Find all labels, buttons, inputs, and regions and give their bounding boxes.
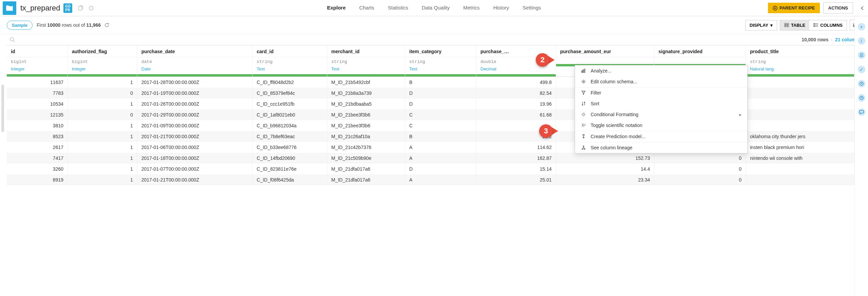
menu-filter[interactable]: Filter [575,87,747,98]
table-cell[interactable]: 82.54 [476,88,556,99]
table-cell[interactable]: oklahoma city thunder jers [746,131,854,142]
table-cell[interactable]: 162.87 [476,153,556,164]
table-cell[interactable]: M_ID_21c509b90e [327,153,405,164]
table-cell[interactable]: M_ID_21bdbaaba5 [327,99,405,109]
column-header[interactable]: card_idstringText [253,45,327,77]
watch-icon[interactable] [86,3,96,13]
search-icon[interactable] [9,37,15,42]
table-cell[interactable]: 2017-01-19T00:00:00.000Z [137,88,253,99]
table-cell[interactable]: D [405,164,476,174]
table-cell[interactable]: M_ID_21c42b7376 [327,142,405,153]
column-meaning[interactable]: Date [137,66,252,74]
sample-button[interactable]: Sample [7,21,33,30]
table-cell[interactable]: 2017-01-06T00:00:00.000Z [137,142,253,153]
table-cell[interactable]: 1 [68,131,137,142]
table-cell[interactable]: C [405,109,476,120]
table-cell[interactable]: C_ID_823811e76e [253,164,327,174]
table-cell[interactable]: M_ID_21c26af10a [327,131,405,142]
table-cell[interactable]: B [405,77,476,88]
table-cell[interactable]: 11637 [7,77,68,88]
menu-sort[interactable]: Sort [575,98,747,109]
table-cell[interactable]: 2017-01-18T00:00:00.000Z [137,153,253,164]
table-cell[interactable]: C_ID_b33ee68776 [253,142,327,153]
table-cell[interactable]: 1 [68,153,137,164]
table-cell[interactable]: 0 [654,174,746,185]
column-header[interactable]: product_titlestringNatural lang. [746,45,854,77]
parent-recipe-button[interactable]: PARENT RECIPE [768,3,820,13]
table-cell[interactable]: 10534 [7,99,68,109]
column-header[interactable]: idbigintInteger [7,45,68,77]
table-cell[interactable]: insten black premium hori [746,142,854,153]
column-meaning[interactable]: Text [405,66,476,74]
table-cell[interactable]: 1 [68,174,137,185]
table-cell[interactable]: nintendo wii console with [746,153,854,164]
column-meaning[interactable]: Text [327,66,405,74]
table-cell[interactable]: C_ID_1af8021eb0 [253,109,327,120]
table-cell[interactable] [746,120,854,131]
table-cell[interactable]: 2017-01-07T00:00:00.000Z [137,164,253,174]
table-cell[interactable]: 1 [68,120,137,131]
collapse-right-icon[interactable] [859,6,865,10]
table-cell[interactable] [746,99,854,109]
table-cell[interactable]: A [405,142,476,153]
column-header[interactable]: item_categorystringText [405,45,476,77]
menu-analyze[interactable]: Analyze... [575,65,747,76]
table-cell[interactable]: M_ID_21bee3f3b6 [327,109,405,120]
column-meaning[interactable]: Integer [7,66,67,74]
table-cell[interactable]: 0 [68,88,137,99]
table-cell[interactable]: C_ID_ff8048d2b2 [253,77,327,88]
column-meaning[interactable] [654,61,746,64]
table-cell[interactable]: 8523 [7,131,68,142]
rail-clock-icon[interactable] [858,94,865,102]
table-cell[interactable]: 8919 [7,174,68,185]
table-cell[interactable]: 2017-01-09T00:00:00.000Z [137,120,253,131]
table-cell[interactable] [746,77,854,88]
menu-edit-schema[interactable]: Edit column schema... [575,76,747,87]
table-cell[interactable]: 15.14 [476,164,556,174]
column-meaning[interactable] [556,61,654,64]
table-cell[interactable]: C_ID_f08f6425da [253,174,327,185]
table-cell[interactable]: 2017-01-29T00:00:00.000Z [137,109,253,120]
columns-view-button[interactable]: COLUMNS [809,20,847,30]
table-cell[interactable]: 0 [654,153,746,164]
menu-conditional-formatting[interactable]: Conditional Formatting ▶ [575,109,747,120]
table-cell[interactable]: 3810 [7,120,68,131]
table-cell[interactable]: 25.01 [476,174,556,185]
table-cell[interactable]: M_ID_21dfa017a6 [327,164,405,174]
table-view-button[interactable]: TABLE [780,20,809,30]
rail-discuss-icon[interactable] [858,108,865,116]
table-cell[interactable]: C_ID_14fbd20690 [253,153,327,164]
table-cell[interactable]: 7417 [7,153,68,164]
display-dropdown[interactable]: DISPLAY ▾ [745,20,777,30]
table-cell[interactable]: 7783 [7,88,68,99]
table-cell[interactable]: 2617 [7,142,68,153]
rail-list-icon[interactable] [858,51,865,59]
table-cell[interactable]: 2017-01-26T00:00:00.000Z [137,99,253,109]
refresh-icon[interactable] [104,22,110,28]
table-cell[interactable] [746,109,854,120]
table-cell[interactable]: D [405,88,476,99]
table-cell[interactable]: C_ID_85379ef84c [253,88,327,99]
column-meaning[interactable]: Integer [68,66,137,74]
table-cell[interactable] [746,174,854,185]
table-cell[interactable]: C_ID_ccc1e951fb [253,99,327,109]
table-cell[interactable]: 2017-01-21T00:00:00.000Z [137,131,253,142]
column-header[interactable]: merchant_idstringText [327,45,405,77]
table-cell[interactable]: 3260 [7,164,68,174]
table-row[interactable]: 741712017-01-18T00:00:00.000ZC_ID_14fbd2… [7,153,864,164]
table-cell[interactable]: 1 [68,142,137,153]
column-meaning[interactable]: Natural lang. [746,66,854,74]
table-row[interactable]: 326012017-01-07T00:00:00.000ZC_ID_823811… [7,164,864,174]
table-cell[interactable]: B [405,131,476,142]
table-cell[interactable]: 61.68 [476,109,556,120]
table-cell[interactable]: 0 [68,109,137,120]
copy-icon[interactable] [76,3,85,13]
table-cell[interactable]: 23.34 [556,174,654,185]
rail-info-icon[interactable]: i [858,37,865,45]
table-cell[interactable]: 1 [68,99,137,109]
column-header[interactable]: purchase_datedateDate [137,45,253,77]
table-cell[interactable]: 14.4 [556,164,654,174]
column-header[interactable]: authorized_flagbigintInteger [68,45,137,77]
table-cell[interactable]: 2017-01-21T00:00:00.000Z [137,174,253,185]
table-cell[interactable]: C_ID_7b8ef63eac [253,131,327,142]
